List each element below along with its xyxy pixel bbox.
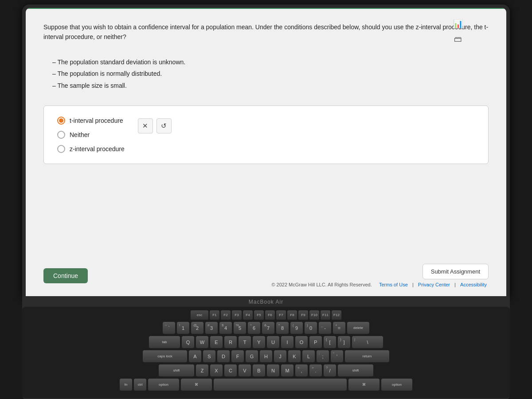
- key-lbracket[interactable]: {[: [324, 336, 336, 348]
- answer-header: t-interval procedure Neither z-interval …: [57, 117, 475, 153]
- key-f5[interactable]: F5: [254, 310, 264, 320]
- key-period[interactable]: >.: [309, 364, 322, 377]
- key-f4[interactable]: F4: [243, 310, 253, 320]
- key-ctrl[interactable]: ctrl: [134, 379, 146, 391]
- screen-inner: 📊 🗃 Suppose that you wish to obtain a co…: [26, 8, 506, 296]
- key-w[interactable]: W: [196, 336, 208, 348]
- key-quote[interactable]: "': [331, 350, 343, 363]
- keyboard-housing: MacBook Air esc F1 F2 F3 F4 F5 F6 F7 F8 …: [22, 296, 510, 399]
- page-footer: Continue Submit Assignment © 2022 McGraw…: [43, 250, 489, 287]
- key-j[interactable]: J: [274, 350, 286, 363]
- key-f2[interactable]: F2: [221, 310, 231, 320]
- key-b[interactable]: B: [253, 364, 265, 377]
- key-delete[interactable]: delete: [347, 322, 369, 334]
- accessibility-link[interactable]: Accessibility: [460, 282, 487, 287]
- key-5[interactable]: %5: [234, 322, 246, 334]
- key-rbracket[interactable]: }]: [338, 336, 350, 348]
- key-backslash[interactable]: |\: [352, 336, 383, 348]
- key-rshift[interactable]: shift: [338, 364, 373, 377]
- key-f6[interactable]: F6: [265, 310, 275, 320]
- terms-link[interactable]: Terms of Use: [379, 282, 408, 287]
- qwerty-row: tab Q W E R T Y U I O P {[ }] |\: [27, 336, 505, 348]
- key-option-right[interactable]: option: [381, 379, 412, 391]
- key-f11[interactable]: F11: [321, 310, 330, 320]
- clear-button[interactable]: ✕: [138, 118, 153, 133]
- key-v[interactable]: V: [239, 364, 251, 377]
- clipboard-icon-btn[interactable]: 🗃: [452, 33, 464, 45]
- continue-button[interactable]: Continue: [43, 268, 88, 283]
- condition-1: – The population standard deviation is u…: [52, 57, 489, 67]
- key-option[interactable]: option: [148, 379, 179, 391]
- key-backtick[interactable]: ~`: [163, 322, 175, 334]
- radio-option-t-interval[interactable]: t-interval procedure: [57, 117, 125, 125]
- stats-icon: 📊: [453, 19, 463, 29]
- stats-icon-btn[interactable]: 📊: [452, 18, 464, 30]
- key-f9[interactable]: F9: [298, 310, 308, 320]
- key-n[interactable]: N: [267, 364, 279, 377]
- bottom-row: fn ctrl option ⌘ ⌘ option: [27, 379, 505, 391]
- key-k[interactable]: K: [288, 350, 301, 363]
- key-fn[interactable]: fn: [120, 379, 132, 391]
- radio-group: t-interval procedure Neither z-interval …: [57, 117, 125, 153]
- key-cmd-right[interactable]: ⌘: [348, 379, 379, 391]
- key-f8[interactable]: F8: [287, 310, 297, 320]
- submit-assignment-button[interactable]: Submit Assignment: [422, 264, 489, 279]
- key-comma[interactable]: <,: [295, 364, 308, 377]
- key-l[interactable]: L: [302, 350, 315, 363]
- key-slash[interactable]: ?/: [324, 364, 336, 377]
- key-t[interactable]: T: [239, 336, 251, 348]
- key-a[interactable]: A: [189, 350, 201, 363]
- key-g[interactable]: G: [246, 350, 258, 363]
- key-f10[interactable]: F10: [309, 310, 319, 320]
- key-esc[interactable]: esc: [191, 310, 208, 320]
- key-7[interactable]: &7: [262, 322, 274, 334]
- key-cmd-left[interactable]: ⌘: [181, 379, 212, 391]
- key-s[interactable]: S: [203, 350, 215, 363]
- privacy-link[interactable]: Privacy Center: [418, 282, 450, 287]
- key-1[interactable]: !1: [177, 322, 189, 334]
- key-tab[interactable]: tab: [149, 336, 180, 348]
- key-lshift[interactable]: shift: [159, 364, 194, 377]
- key-q[interactable]: Q: [182, 336, 194, 348]
- key-4[interactable]: $4: [219, 322, 232, 334]
- key-f3[interactable]: F3: [232, 310, 242, 320]
- clipboard-icon: 🗃: [454, 35, 462, 44]
- key-f[interactable]: F: [231, 350, 244, 363]
- key-2[interactable]: @2: [191, 322, 203, 334]
- undo-button[interactable]: ↺: [156, 118, 172, 133]
- radio-circle-z-interval: [57, 145, 65, 153]
- radio-option-z-interval[interactable]: z-interval procedure: [57, 145, 125, 153]
- key-f1[interactable]: F1: [210, 310, 219, 320]
- conditions-list: – The population standard deviation is u…: [52, 55, 489, 92]
- key-e[interactable]: E: [210, 336, 223, 348]
- key-8[interactable]: *8: [276, 322, 289, 334]
- key-i[interactable]: I: [281, 336, 293, 348]
- key-minus[interactable]: _-: [319, 322, 331, 334]
- radio-option-neither[interactable]: Neither: [57, 131, 125, 139]
- key-u[interactable]: U: [267, 336, 279, 348]
- key-caps[interactable]: caps lock: [143, 350, 187, 363]
- key-m[interactable]: M: [281, 364, 293, 377]
- key-o[interactable]: O: [295, 336, 308, 348]
- key-y[interactable]: Y: [253, 336, 265, 348]
- radio-circle-neither: [57, 131, 65, 139]
- key-f7[interactable]: F7: [276, 310, 286, 320]
- page-content: 📊 🗃 Suppose that you wish to obtain a co…: [26, 9, 506, 296]
- key-f12[interactable]: F12: [332, 310, 341, 320]
- key-return[interactable]: return: [345, 350, 389, 363]
- key-semicolon[interactable]: :;: [317, 350, 329, 363]
- key-0[interactable]: )0: [305, 322, 317, 334]
- key-3[interactable]: #3: [205, 322, 218, 334]
- key-p[interactable]: P: [309, 336, 322, 348]
- key-z[interactable]: Z: [196, 364, 208, 377]
- key-9[interactable]: (9: [290, 322, 303, 334]
- key-c[interactable]: C: [224, 364, 237, 377]
- key-r[interactable]: R: [224, 336, 237, 348]
- key-6[interactable]: ^6: [248, 322, 260, 334]
- question-intro: Suppose that you wish to obtain a confid…: [43, 22, 489, 42]
- key-x[interactable]: X: [210, 364, 223, 377]
- key-h[interactable]: H: [260, 350, 272, 363]
- key-equals[interactable]: +=: [333, 322, 345, 334]
- key-space[interactable]: [214, 379, 347, 391]
- key-d[interactable]: D: [217, 350, 230, 363]
